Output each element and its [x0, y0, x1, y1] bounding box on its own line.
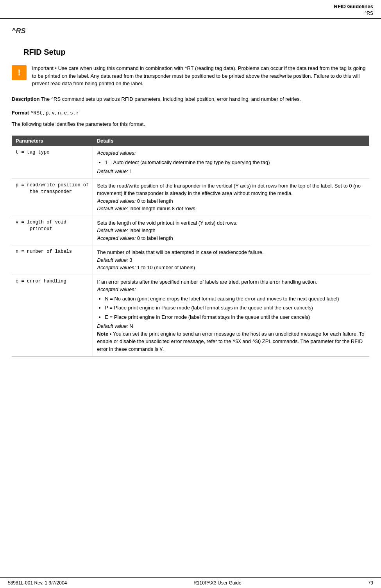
format-desc: The following table identifies the param… — [12, 120, 369, 128]
param-p-default-val: label length minus 8 dot rows — [128, 206, 195, 211]
param-e-main-text: If an error persists after the specified… — [97, 279, 317, 285]
page-header: RFID Guidelines ^RS — [0, 0, 381, 19]
param-v-details: Sets the length of the void printout in … — [93, 216, 369, 245]
param-n-accepted-val: 1 to 10 (number of labels) — [136, 265, 195, 270]
important-text: Important • Use care when using this com… — [32, 64, 369, 88]
param-e-label: e = error handling — [12, 275, 93, 357]
important-box: ! Important • Use care when using this c… — [12, 64, 369, 88]
main-content: ^RS RFID Setup ! Important • Use care wh… — [0, 19, 381, 388]
description-block: Description The ^RS command sets up vari… — [12, 95, 369, 103]
footer-left: 58981L-001 Rev. 1 9/7/2004 — [8, 580, 67, 586]
param-n-accepted-label: Accepted values: — [97, 265, 136, 270]
table-row: e = error handling If an error persists … — [12, 275, 369, 357]
param-e-bullet-e: E = Place print engine in Error mode (la… — [105, 313, 365, 321]
param-e-default-val: N — [128, 323, 133, 329]
param-p-accepted-label: Accepted values: — [97, 198, 136, 204]
header-title: RFID Guidelines — [8, 3, 373, 10]
param-p-accepted-val: 0 to label length — [136, 198, 173, 204]
param-p-main-text: Sets the read/write position of the tran… — [97, 183, 361, 197]
param-n-default-val: 3 — [128, 257, 132, 263]
header-sub: ^RS — [8, 10, 373, 17]
description-label: Description — [12, 96, 40, 102]
format-code: ^RSt,p,v,n,e,s,r — [30, 110, 79, 116]
important-text-content: Important • Use care when using this com… — [32, 65, 365, 86]
param-v-default-label: Default value: — [97, 227, 128, 233]
param-e-note: Note • You can set the print engine to s… — [97, 331, 364, 352]
param-n-details: The number of labels that will be attemp… — [93, 245, 369, 275]
section-title: ^RS — [12, 27, 369, 40]
param-t-desc: = tag type — [18, 150, 49, 155]
param-v-main-text: Sets the length of the void printout in … — [97, 220, 238, 226]
note-bold: Note • — [97, 331, 111, 337]
table-row: n = number of labels The number of label… — [12, 245, 369, 275]
col-details: Details — [93, 136, 369, 146]
param-t-default: 1 — [128, 168, 132, 174]
footer-center: R110PAX3 User Guide — [193, 580, 241, 586]
col-parameters: Parameters — [12, 136, 93, 146]
param-e-bullet-p: P = Place print engine in Pause mode (la… — [105, 304, 365, 312]
param-v-label: v = length of void printout — [12, 216, 93, 245]
param-p-label: p = read/write position of the transpond… — [12, 179, 93, 216]
param-e-bullet-n: N = No action (print engine drops the la… — [105, 295, 365, 303]
important-icon: ! — [12, 65, 27, 80]
accepted-values-label: Accepted values: — [97, 150, 136, 156]
param-v-accepted-label: Accepted values: — [97, 235, 136, 241]
description-text: The ^RS command sets up various RFID par… — [40, 96, 301, 102]
param-n-label: n = number of labels — [12, 245, 93, 275]
param-v-desc: = length of void printout — [16, 220, 66, 232]
table-row: p = read/write position of the transpond… — [12, 179, 369, 216]
param-n-default-label: Default value: — [97, 257, 128, 263]
param-v-accepted-val: 0 to label length — [136, 235, 173, 241]
param-t-details: Accepted values: 1 = Auto detect (automa… — [93, 146, 369, 179]
param-t-bullet-1: 1 = Auto detect (automatically determine… — [105, 159, 365, 166]
format-label: Format — [12, 110, 29, 116]
table-row: t = tag type Accepted values: 1 = Auto d… — [12, 146, 369, 179]
default-value-label: Default value: — [97, 168, 128, 174]
format-block: Format ^RSt,p,v,n,e,s,r — [12, 109, 369, 117]
param-e-accepted-label: Accepted values: — [97, 286, 136, 292]
section-title-text: ^RS — [12, 27, 26, 35]
param-e-desc: = error handling — [18, 279, 66, 284]
param-t-label: t = tag type — [12, 146, 93, 179]
param-e-details: If an error persists after the specified… — [93, 275, 369, 357]
param-p-details: Sets the read/write position of the tran… — [93, 179, 369, 216]
page-footer: 58981L-001 Rev. 1 9/7/2004 R110PAX3 User… — [0, 577, 381, 588]
param-v-default-val: label length — [128, 227, 156, 233]
footer-right: 79 — [368, 580, 373, 586]
sub-heading: RFID Setup — [23, 48, 369, 57]
param-p-default-label: Default value: — [97, 206, 128, 211]
param-n-main-text: The number of labels that will be attemp… — [97, 249, 263, 255]
table-header-row: Parameters Details — [12, 136, 369, 146]
table-row: v = length of void printout Sets the len… — [12, 216, 369, 245]
param-e-default-label: Default value: — [97, 323, 128, 329]
param-n-desc: = number of labels — [18, 249, 72, 254]
params-table: Parameters Details t = tag type Accepted… — [12, 136, 369, 357]
param-p-desc: = read/write position of the transponder — [16, 182, 89, 195]
